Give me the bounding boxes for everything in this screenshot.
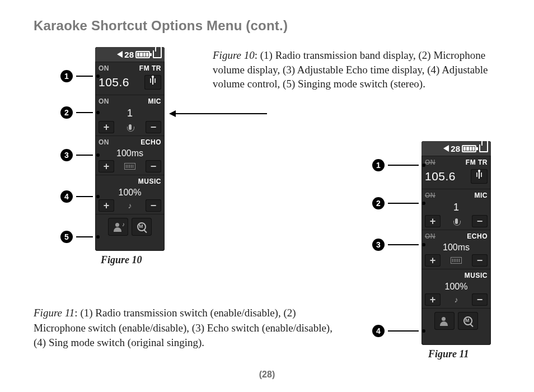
echo-section: ON ECHO 100ms + − [95,136,165,175]
echo-section: ON ECHO 100ms + − [421,230,491,269]
antenna-icon [148,77,158,87]
fmtr-label: FM TR [139,64,161,72]
speaker-icon [443,145,449,152]
magnifier-icon: M [463,316,473,326]
wave-icon [122,163,138,170]
music-minus-button[interactable]: − [472,293,488,306]
music-value: 100% [97,186,162,199]
mode-buttons: M [421,308,491,333]
page-title: Karaoke Shortcut Options Menu (cont.) [34,18,288,34]
callout-fig11-3: 3 [372,239,425,251]
music-value: 100% [424,281,489,293]
status-volume: 28 [451,144,460,153]
svg-marker-1 [169,110,176,117]
status-bar: 28 [95,47,165,62]
wave-icon [448,257,464,264]
callout-fig10-3: 3 [60,149,100,161]
callout-fig10-1: 1 [60,70,100,82]
echo-label: ECHO [140,138,161,146]
note-icon: ♪ [448,295,464,304]
fmtr-section: ON FM TR 105.6 [95,62,165,95]
mic-plus-button[interactable]: + [99,121,114,133]
music-minus-button[interactable]: − [146,199,161,212]
mic-value: 1 [97,106,162,121]
music-section: MUSIC 100% + ♪ − [421,269,491,308]
status-bar: 28 [421,141,491,156]
speaker-icon [117,51,123,58]
music-section: MUSIC 100% + ♪ − [95,175,165,214]
device-screen-fig11: 28 ON FM TR 105.6 ON MIC 1 + − ON ECHO 1… [421,141,491,345]
caption-arrow-icon [169,110,267,118]
antenna-button[interactable] [144,75,161,90]
mic-plus-button[interactable]: + [425,215,441,227]
singing-mode-button[interactable] [434,312,455,330]
mode-buttons: ♪ M [95,214,165,239]
fmtr-frequency: 105.6 [99,76,129,89]
lock-icon [153,50,162,58]
magnifier-icon: M [137,222,147,232]
echo-on-toggle[interactable]: ON [425,232,435,240]
mic-value: 1 [424,200,489,215]
mic-on-toggle[interactable]: ON [425,192,435,199]
callout-fig10-4: 4 [60,190,100,203]
figure10-label: Figure 10 [213,49,255,61]
echo-label: ECHO [467,232,488,240]
mic-section: ON MIC 1 + − [421,189,491,230]
music-label: MUSIC [465,272,488,279]
fmtr-label: FM TR [466,158,488,166]
echo-value: 100ms [424,241,489,254]
echo-minus-button[interactable]: − [146,160,161,172]
music-label: MUSIC [138,178,161,185]
lock-icon [479,144,488,152]
antenna-icon [474,171,484,181]
music-plus-button[interactable]: + [99,199,114,212]
figure10-under-caption: Figure 10 [101,254,142,266]
battery-icon [135,51,150,58]
callout-fig11-2: 2 [372,197,425,209]
page-number: (28) [0,370,534,380]
mic-minus-button[interactable]: − [146,121,161,133]
figure11-text: : (1) Radio transmission switch (enable/… [34,307,332,348]
device-screen-fig10: 28 ON FM TR 105.6 ON MIC 1 + − ON ECHO 1… [95,47,165,251]
note-icon: ♪ [122,201,138,210]
mode-search-button[interactable]: M [132,218,152,236]
mic-icon [122,124,138,130]
callout-fig10-5: 5 [60,231,100,243]
mic-icon [448,218,464,224]
fmtr-section: ON FM TR 105.6 [421,156,491,189]
echo-on-toggle[interactable]: ON [99,138,109,146]
figure11-label: Figure 11 [34,307,74,319]
battery-icon [462,145,476,152]
singing-mode-button[interactable]: ♪ [108,218,128,236]
fmtr-on-toggle[interactable]: ON [99,64,109,72]
figure11-under-caption: Figure 11 [428,348,469,360]
mic-label: MIC [475,192,488,199]
echo-minus-button[interactable]: − [472,254,488,267]
echo-plus-button[interactable]: + [99,160,114,172]
callout-fig11-1: 1 [372,159,425,171]
mic-on-toggle[interactable]: ON [99,97,109,105]
mode-search-button[interactable]: M [458,312,478,330]
mic-minus-button[interactable]: − [472,215,488,227]
person-sing-icon: ♪ [113,222,123,232]
status-volume: 28 [124,50,134,59]
mic-section: ON MIC 1 + − [95,95,165,136]
fmtr-frequency: 105.6 [425,170,456,183]
person-sing-icon [439,316,449,326]
echo-value: 100ms [97,147,162,160]
mic-label: MIC [148,97,162,105]
callout-fig10-2: 2 [60,106,100,119]
music-plus-button[interactable]: + [425,293,441,306]
fmtr-on-toggle[interactable]: ON [425,158,435,166]
echo-plus-button[interactable]: + [425,254,441,267]
callout-fig11-4: 4 [372,325,425,337]
antenna-button[interactable] [471,169,488,184]
figure10-caption: Figure 10: (1) Radio transmission band d… [213,48,493,91]
figure11-caption: Figure 11: (1) Radio transmission switch… [34,306,336,351]
